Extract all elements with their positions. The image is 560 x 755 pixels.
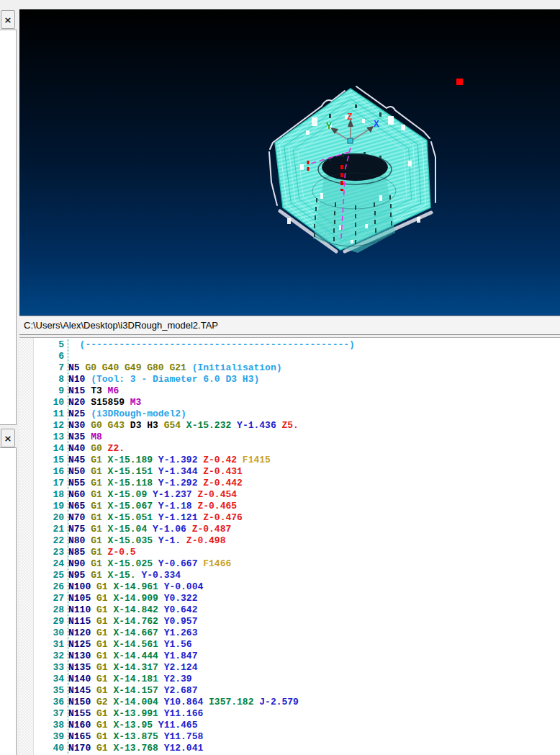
gcode-token: G54 [158,420,181,431]
gcode-token: Y10.864 [158,697,203,707]
gcode-token: N160 [68,720,91,731]
code-line[interactable]: N115 G1 X-14.762 Y0.957 [68,616,560,627]
code-line[interactable]: N50 G1 X-15.151 Y-1.344 Z-0.431 [68,466,560,478]
gcode-token: N75 [68,524,85,535]
gcode-token: N115 [68,616,91,627]
gcode-token: G80 [141,362,163,373]
code-line[interactable]: N165 G1 X-13.875 Y11.758 [68,731,560,743]
code-line[interactable]: N150 G2 X-14.004 Y10.864 I357.182 J-2.57… [68,697,560,708]
code-line[interactable]: N105 G1 X-14.909 Y0.322 [68,593,560,604]
code-line[interactable]: N10 (Tool: 3 - Diameter 6.0 D3 H3) [68,374,560,385]
gcode-token: Y-0.334 [136,570,181,581]
code-line[interactable]: N140 G1 X-14.181 Y2.39 [68,674,560,685]
file-path-text: C:\Users\Alex\Desktop\i3DRough_model2.TA… [24,320,218,331]
line-number: 38 [34,720,64,731]
gcode-token: N35 [68,432,85,442]
gcode-token: I357.182 [203,697,253,707]
code-line[interactable]: N80 G1 X-15.035 Y-1. Z-0.498 [68,535,560,547]
code-line[interactable]: N160 G1 X-13.95 Y11.465 [68,720,560,731]
line-number: 23 [34,547,64,558]
line-number: 26 [34,581,64,593]
gcode-token: G1 [85,466,101,477]
code-line[interactable]: N20 S15859 M3 [68,397,560,408]
gcode-token: X-15.118 [102,478,153,488]
line-number: 18 [34,489,64,501]
code-line[interactable]: N60 G1 X-15.09 Y-1.237 Z-0.454 [68,489,560,501]
gcode-token: (Initialisation) [186,362,282,373]
code-line[interactable]: N100 G1 X-14.961 Y-0.004 [68,581,560,593]
code-line[interactable] [68,351,560,362]
line-number: 37 [34,708,64,720]
code-line[interactable]: N30 G0 G43 D3 H3 G54 X-15.232 Y-1.436 Z5… [68,420,560,432]
code-line[interactable]: N75 G1 X-15.04 Y-1.06 Z-0.487 [68,524,560,535]
gcode-token: Y2.687 [158,685,198,696]
gcode-token: H3 [141,420,158,431]
line-number: 24 [34,558,64,570]
gcode-editor[interactable]: 5678910111213141516171819202122232425262… [19,337,560,755]
code-line[interactable]: N45 G1 X-15.189 Y-1.392 Z-0.42 F1415 [68,455,560,466]
bookmark-margin [19,338,34,755]
gcode-token: G1 [91,581,107,592]
code-line[interactable]: N95 G1 X-15. Y-0.334 [68,570,560,581]
line-number: 40 [34,743,64,754]
code-line[interactable]: N15 T3 M6 [68,385,560,397]
gcode-token: G1 [85,489,101,500]
gcode-token: X-15.04 [102,524,147,535]
code-line[interactable]: N65 G1 X-15.067 Y-1.18 Z-0.465 [68,501,560,512]
gcode-token: G49 [119,362,141,373]
gcode-token: Z-0.487 [186,524,231,535]
gcode-token: N15 [68,385,85,396]
gcode-token: N140 [68,674,91,684]
gcode-token: Y2.124 [158,662,198,673]
code-line[interactable]: N135 G1 X-14.317 Y2.124 [68,662,560,674]
gcode-token: G1 [91,593,107,604]
backplot-3d-viewport[interactable]: Z Y X [19,9,560,316]
code-line[interactable]: N35 M8 [68,432,560,443]
code-line[interactable]: N155 G1 X-13.991 Y11.166 [68,708,560,720]
code-line[interactable]: (---------------------------------------… [68,339,560,351]
gcode-token: G1 [91,616,107,627]
gcode-token: G0 [85,420,101,431]
gcode-token: Y-1.121 [153,512,197,523]
code-line[interactable]: N110 G1 X-14.842 Y0.642 [68,604,560,616]
code-line[interactable]: N90 G1 X-15.025 Y-0.667 F1466 [68,558,560,570]
line-number: 14 [34,443,64,455]
code-line[interactable]: N25 (i3DRough-model2) [68,408,560,420]
code-line[interactable]: N145 G1 X-14.157 Y2.687 [68,685,560,697]
code-column[interactable]: (---------------------------------------… [68,339,560,754]
code-line[interactable]: N55 G1 X-15.118 Y-1.292 Z-0.442 [68,478,560,489]
gcode-token: X-15.067 [102,501,153,511]
gcode-token: Y-1.292 [153,478,197,488]
gcode-token: G1 [85,512,101,523]
code-line[interactable]: N125 G1 X-14.561 Y1.56 [68,639,560,651]
gcode-token: Y-1. [153,535,181,546]
gcode-token: Y0.322 [158,593,198,604]
gcode-token: X-14.909 [108,593,158,604]
file-path-bar[interactable]: C:\Users\Alex\Desktop\i3DRough_model2.TA… [19,316,560,335]
gcode-token: Y11.465 [153,720,197,731]
code-line[interactable]: N70 G1 X-15.051 Y-1.121 Z-0.476 [68,512,560,524]
line-number: 22 [34,535,64,547]
gcode-token: G2 [91,697,107,707]
gcode-token: X-14.667 [108,627,158,638]
gcode-token: Y1.263 [158,627,198,638]
code-line[interactable]: N170 G1 X-13.768 Y12.041 [68,743,560,754]
code-line[interactable]: N85 G1 Z-0.5 [68,547,560,558]
line-number: 8 [34,374,64,385]
code-line[interactable]: N130 G1 X-14.444 Y1.847 [68,651,560,662]
line-number: 27 [34,593,64,604]
line-number: 35 [34,685,64,697]
close-panel-top-button[interactable]: × [1,10,15,29]
code-line[interactable]: N120 G1 X-14.667 Y1.263 [68,627,560,639]
gcode-token: N155 [68,708,91,719]
gcode-token: Z5. [276,420,299,431]
code-line[interactable]: N40 G0 Z2. [68,443,560,455]
gcode-token: Z2. [102,443,125,454]
gcode-token: M3 [125,397,141,408]
gcode-token: X-14.317 [108,662,158,673]
close-panel-bottom-button[interactable]: × [1,429,15,447]
gcode-token: N100 [68,581,91,592]
gcode-token: X-15. [102,570,136,581]
code-line[interactable]: N5 G0 G40 G49 G80 G21 (Initialisation) [68,362,560,374]
gcode-token: (i3DRough-model2) [85,408,186,419]
